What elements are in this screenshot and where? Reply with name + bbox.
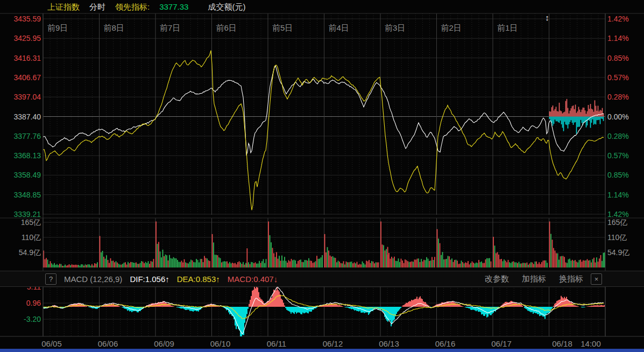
date-axis-label: 06/10 <box>210 339 231 348</box>
pane-resize-handle-icon[interactable]: ↕ <box>543 13 551 23</box>
change-params-button[interactable]: 改参数 <box>485 274 509 284</box>
volume-axis-label: 110亿 <box>607 233 627 243</box>
dif-value: DIF:1.056↑ <box>130 274 169 284</box>
price-axis-label: 3416.31 <box>1 54 41 62</box>
day-label: 前8日 <box>104 23 124 33</box>
percent-axis-label: 1.42% <box>607 15 629 23</box>
volume-axis-label: 165亿 <box>607 218 627 228</box>
day-label: 前4日 <box>329 23 349 33</box>
percent-axis-label: 1.14% <box>607 34 629 43</box>
day-label: 前3日 <box>385 23 405 33</box>
percent-axis-label: 1.14% <box>607 191 629 199</box>
lead-indicator: 领先指标:3377.33 <box>115 2 198 12</box>
dea-value: DEA:0.853↑ <box>177 274 220 284</box>
date-axis-label: 06/17 <box>491 339 512 348</box>
lead-indicator-label: 领先指标: <box>115 2 150 11</box>
percent-axis-label: 0.57% <box>607 151 629 160</box>
amount-label: 成交额(元) <box>208 2 245 12</box>
volume-axis-label: 110亿 <box>1 233 41 243</box>
price-axis-label: 3377.76 <box>1 132 41 140</box>
day-label: 前1日 <box>497 23 518 33</box>
price-axis-label: 3425.95 <box>1 34 41 43</box>
day-label: 前9日 <box>47 23 68 33</box>
date-axis-label: 06/09 <box>154 339 174 348</box>
price-axis-label: 3358.49 <box>1 171 41 179</box>
switch-indicator-button[interactable]: 换指标 <box>559 274 583 284</box>
price-axis-label: 3397.04 <box>1 93 41 101</box>
volume-axis-label: 54.9亿 <box>1 248 41 258</box>
date-axis-label: 06/18 <box>552 339 572 348</box>
date-axis-label: 14:00 <box>581 339 601 348</box>
chart-canvas[interactable] <box>0 0 644 352</box>
lead-indicator-value: 3377.33 <box>159 2 188 11</box>
date-axis-label: 06/13 <box>379 339 399 348</box>
date-axis-label: 06/16 <box>435 339 456 348</box>
percent-axis-label: 0.28% <box>607 93 629 101</box>
price-axis-label: 3435.59 <box>1 15 41 23</box>
close-indicator-button[interactable]: × <box>591 273 602 285</box>
date-axis-label: 06/06 <box>98 339 118 348</box>
bottom-accent-bar <box>0 349 644 352</box>
price-axis-label: 3406.67 <box>1 73 41 82</box>
day-label: 前6日 <box>216 23 237 33</box>
percent-axis-label: 0.00% <box>607 112 629 121</box>
price-axis-label: 3368.13 <box>1 151 41 160</box>
day-label: 前7日 <box>160 23 180 33</box>
macd-toolbar: ? MACD (12,26,9) DIF:1.056↑ DEA:0.853↑ M… <box>0 271 644 287</box>
macd-params-label: MACD (12,26,9) <box>64 274 122 284</box>
date-axis-label: 06/05 <box>41 339 62 348</box>
percent-axis-label: 0.85% <box>607 54 629 62</box>
macd-value: MACD:0.407↓ <box>228 274 278 284</box>
stock-app-window: 上证指数 分时 领先指标:3377.33 成交额(元) 3435.593425.… <box>0 0 644 352</box>
percent-axis-label: 0.28% <box>607 132 629 140</box>
volume-axis-label: 54.9亿 <box>607 248 629 258</box>
chart-header: 上证指数 分时 领先指标:3377.33 成交额(元) <box>47 1 255 13</box>
price-axis-label: 3387.40 <box>1 112 41 121</box>
price-axis-label: 3339.21 <box>1 210 41 219</box>
day-label: 前5日 <box>272 23 293 33</box>
day-label: 前2日 <box>441 23 462 33</box>
help-button[interactable]: ? <box>45 273 56 285</box>
index-title: 上证指数 <box>47 2 80 12</box>
macd-axis-label: -3.20 <box>1 315 41 323</box>
percent-axis-label: 1.42% <box>607 210 629 219</box>
date-axis-label: 06/11 <box>267 339 286 348</box>
percent-axis-label: 0.85% <box>607 171 629 179</box>
date-axis-label: 06/12 <box>323 339 343 348</box>
volume-axis-label: 165亿 <box>1 218 41 228</box>
macd-axis-label: 0.96 <box>1 299 41 307</box>
percent-axis-label: 0.57% <box>607 73 629 82</box>
price-axis-label: 3348.85 <box>1 191 41 199</box>
tab-minute-mode[interactable]: 分时 <box>89 2 105 12</box>
add-indicator-button[interactable]: 加指标 <box>522 274 546 284</box>
